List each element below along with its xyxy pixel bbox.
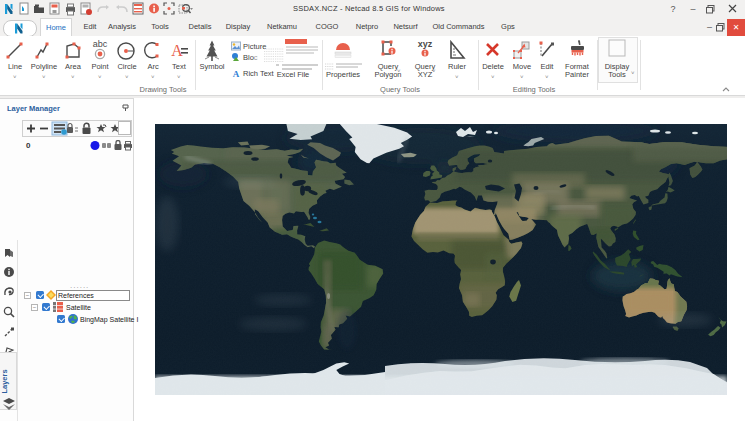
svg-text:xyz: xyz xyxy=(418,39,433,49)
svg-text:A: A xyxy=(233,69,240,79)
svg-text:abc: abc xyxy=(93,40,108,49)
svg-text:A: A xyxy=(171,42,183,59)
